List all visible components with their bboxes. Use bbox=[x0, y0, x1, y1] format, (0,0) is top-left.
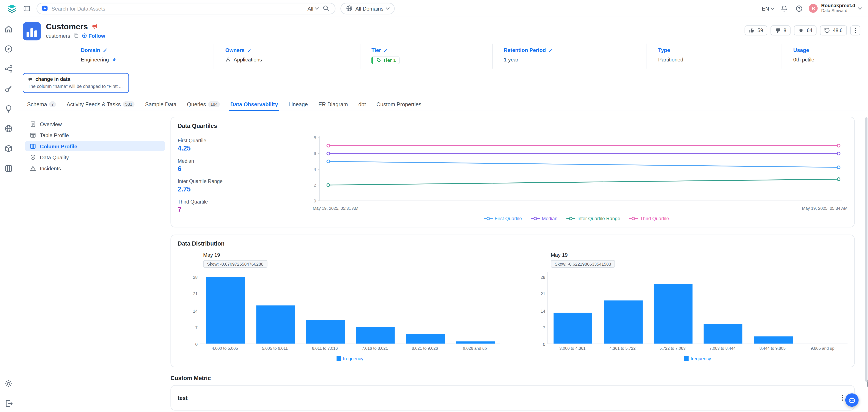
tab-custom-properties[interactable]: Custom Properties bbox=[375, 101, 422, 111]
x-tick-label: 7.083 to 8.444 bbox=[698, 346, 748, 351]
app-logo-icon[interactable] bbox=[7, 3, 17, 13]
legend-inter-quartile-range[interactable]: Inter Quartile Range bbox=[566, 216, 620, 221]
metric-median: Median 6 bbox=[178, 158, 305, 173]
thumbs-up-icon bbox=[749, 28, 755, 33]
tab-sample-data[interactable]: Sample Data bbox=[144, 101, 178, 111]
subnav-item-incidents[interactable]: Incidents bbox=[25, 163, 165, 173]
metric-label: Inter Quartile Range bbox=[178, 179, 305, 184]
edit-pencil-icon[interactable] bbox=[247, 48, 252, 53]
globe-icon bbox=[346, 5, 353, 12]
search-input[interactable]: Search for Data Assets bbox=[52, 5, 304, 11]
global-search[interactable]: Search for Data Assets All bbox=[36, 3, 335, 14]
user-menu[interactable]: R Rounakpreet.d Data Steward bbox=[809, 3, 861, 13]
legend-frequency[interactable]: frequency bbox=[200, 356, 500, 361]
profiler-subnav: OverviewTable ProfileColumn ProfileData … bbox=[25, 117, 165, 173]
kebab-icon bbox=[855, 30, 856, 31]
search-icon[interactable] bbox=[322, 4, 330, 12]
x-tick-label: 5.005 to 6.011 bbox=[250, 346, 300, 351]
x-tick-label: 9.805 and up bbox=[798, 346, 847, 351]
legend-swatch bbox=[684, 356, 688, 361]
user-role: Data Steward bbox=[821, 9, 855, 13]
histogram-bar bbox=[754, 336, 793, 343]
access-key-icon[interactable] bbox=[4, 85, 12, 93]
y-tick-label: 7 bbox=[183, 325, 197, 330]
link-icon[interactable] bbox=[112, 57, 117, 62]
histogram-bar bbox=[554, 313, 593, 344]
announcement-body: The column "name" will be changed to "Fi… bbox=[28, 84, 124, 89]
notifications-bell-icon[interactable] bbox=[779, 3, 789, 13]
edit-pencil-icon[interactable] bbox=[549, 48, 553, 53]
meta-value: 1 year bbox=[504, 57, 647, 63]
version-button[interactable]: 48.6 bbox=[820, 26, 847, 35]
histogram-bar bbox=[206, 277, 245, 344]
legend-frequency[interactable]: frequency bbox=[548, 356, 847, 361]
metric-third-quartile: Third Quartile 7 bbox=[178, 199, 305, 214]
tab-activity-feeds-tasks[interactable]: Activity Feeds & Tasks581 bbox=[66, 101, 136, 111]
tab-queries[interactable]: Queries184 bbox=[186, 101, 221, 111]
quartiles-chart-area: 02468 May 19, 2025, 05:31 AM May 19, 202… bbox=[305, 133, 847, 221]
followers-button[interactable]: 64 bbox=[794, 26, 817, 35]
tab-data-observability[interactable]: Data Observability bbox=[229, 101, 279, 111]
thumbs-down-icon bbox=[775, 28, 781, 33]
metrics-board-icon[interactable] bbox=[4, 164, 12, 172]
search-scope-dropdown[interactable]: All bbox=[307, 5, 318, 11]
card-title-data-distribution: Data Distribution bbox=[178, 240, 847, 247]
breadcrumb[interactable]: customers bbox=[46, 33, 70, 39]
tab-schema[interactable]: Schema7 bbox=[26, 101, 57, 111]
legend-third-quartile[interactable]: Third Quartile bbox=[629, 216, 669, 221]
edit-pencil-icon[interactable] bbox=[384, 48, 388, 53]
settings-gear-icon[interactable] bbox=[4, 380, 12, 388]
star-icon bbox=[799, 28, 804, 33]
entity-more-menu-button[interactable] bbox=[850, 26, 860, 35]
explore-compass-icon[interactable] bbox=[4, 45, 12, 53]
tab-dbt[interactable]: dbt bbox=[357, 101, 367, 111]
metric-first-quartile: First Quartile 4.25 bbox=[178, 138, 305, 152]
follow-button[interactable]: Follow bbox=[82, 33, 105, 39]
sidebar-toggle-icon[interactable] bbox=[22, 3, 31, 13]
help-icon[interactable] bbox=[794, 3, 804, 13]
home-icon[interactable] bbox=[4, 25, 12, 33]
topbar: Search for Data Assets All All Domains bbox=[0, 0, 868, 17]
announcement-card[interactable]: change in data The column "name" will be… bbox=[23, 73, 129, 93]
chat-assistant-button[interactable] bbox=[845, 393, 859, 407]
domains-dropdown[interactable]: All Domains bbox=[340, 3, 395, 14]
logout-icon[interactable] bbox=[4, 400, 12, 408]
subnav-item-data-quality[interactable]: Data Quality bbox=[25, 152, 165, 162]
meta-label: Tier bbox=[371, 47, 381, 53]
metric-value: 4.25 bbox=[178, 145, 305, 152]
downvotes-button[interactable]: 8 bbox=[771, 26, 790, 35]
announcement-alert-icon[interactable] bbox=[91, 23, 98, 30]
tab-lineage[interactable]: Lineage bbox=[287, 101, 309, 111]
vertical-scrollbar[interactable] bbox=[865, 117, 867, 382]
data-products-box-icon[interactable] bbox=[4, 145, 12, 153]
subnav-item-table-profile[interactable]: Table Profile bbox=[25, 130, 165, 140]
upvotes-button[interactable]: 59 bbox=[745, 26, 768, 35]
announcement-title: change in data bbox=[35, 76, 70, 82]
legend-median[interactable]: Median bbox=[531, 216, 558, 221]
quartiles-legend: First QuartileMedianInter Quartile Range… bbox=[305, 216, 847, 221]
y-tick-label: 14 bbox=[531, 309, 545, 314]
distribution-histogram-left: May 19Skew: -0.6709725584766288071421284… bbox=[178, 252, 500, 361]
insights-bulb-icon[interactable] bbox=[4, 104, 12, 113]
subnav-item-overview[interactable]: Overview bbox=[25, 119, 165, 129]
lineage-graph-icon[interactable] bbox=[4, 65, 12, 73]
edit-pencil-icon[interactable] bbox=[103, 48, 107, 53]
subnav-item-column-profile[interactable]: Column Profile bbox=[25, 141, 165, 151]
kebab-icon bbox=[842, 397, 843, 399]
tab-er-diagram[interactable]: ER Diagram bbox=[317, 101, 349, 111]
meta-owners: OwnersApplications bbox=[214, 44, 360, 69]
legend-first-quartile[interactable]: First Quartile bbox=[484, 216, 522, 221]
tab-content: OverviewTable ProfileColumn ProfileData … bbox=[17, 111, 868, 411]
histogram-bar bbox=[704, 324, 742, 344]
x-tick-label: 8.444 to 9.805 bbox=[747, 346, 798, 351]
svg-text:6: 6 bbox=[314, 151, 316, 156]
meta-value: Partitioned bbox=[658, 57, 781, 63]
copy-icon[interactable] bbox=[73, 33, 79, 38]
language-dropdown[interactable]: EN bbox=[762, 5, 774, 11]
custom-metric-card: test bbox=[170, 385, 855, 411]
domains-globe-icon[interactable] bbox=[4, 124, 12, 133]
svg-text:8: 8 bbox=[314, 135, 316, 140]
subnav-item-label: Incidents bbox=[40, 165, 61, 171]
y-tick-label: 14 bbox=[183, 309, 197, 314]
user-name: Rounakpreet.d bbox=[821, 3, 855, 9]
